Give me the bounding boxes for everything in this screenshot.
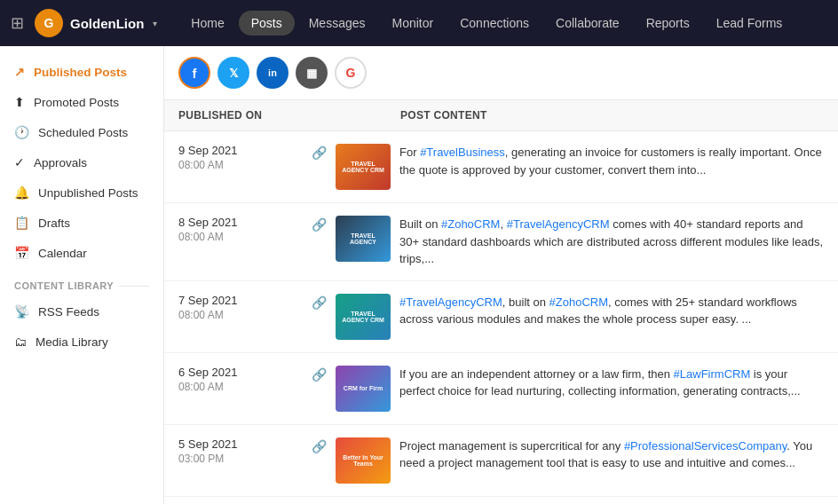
sidebar-label-calendar: Calendar: [38, 247, 87, 260]
content-library-section: CONTENT LIBRARY: [0, 268, 163, 296]
top-nav: ⊞ G GoldenLion ▾ Home Posts Messages Mon…: [0, 0, 838, 46]
sidebar-item-published-posts[interactable]: ↗ Published Posts: [0, 57, 163, 87]
col-header-date: PUBLISHED ON: [178, 109, 312, 122]
post-image: TRAVEL AGENCY CRM: [336, 294, 391, 340]
post-hashtag-link[interactable]: #TravelBusiness: [420, 146, 505, 159]
tab-linkedin[interactable]: in: [257, 57, 289, 89]
post-date-col: 6 Sep 2021 08:00 AM: [178, 366, 303, 393]
post-link-icon[interactable]: 🔗: [312, 217, 327, 232]
facebook-icon: f: [193, 66, 197, 81]
sidebar-label-published-posts: Published Posts: [34, 66, 127, 79]
post-date-col: 9 Sep 2021 08:00 AM: [178, 144, 303, 171]
post-hashtag-link[interactable]: #ZohoCRM: [441, 217, 500, 231]
sidebar-item-approvals[interactable]: ✓ Approvals: [0, 147, 163, 177]
main-layout: ↗ Published Posts ⬆ Promoted Posts 🕐 Sch…: [0, 46, 838, 504]
tab-google[interactable]: G: [335, 57, 367, 89]
calendar-icon: 📅: [14, 246, 29, 260]
post-time: 08:00 AM: [178, 231, 303, 243]
post-hashtag-link[interactable]: #LawFirmCRM: [674, 367, 751, 381]
post-time: 08:00 AM: [178, 381, 303, 393]
nav-connections[interactable]: Connections: [447, 11, 542, 35]
post-image: CRM for Firm: [336, 366, 391, 412]
promoted-posts-icon: ⬆: [14, 95, 25, 109]
nav-messages[interactable]: Messages: [296, 11, 378, 35]
table-row: 7 Sep 2021 08:00 AM 🔗 TRAVEL AGENCY CRM …: [164, 281, 838, 353]
sidebar-label-approvals: Approvals: [34, 156, 87, 169]
table-row: 8 Sep 2021 08:00 AM 🔗 TRAVEL AGENCY Buil…: [164, 203, 838, 281]
post-content: #TravelAgencyCRM, built on #ZohoCRM, com…: [399, 294, 824, 328]
nav-links: Home Posts Messages Monitor Connections …: [178, 11, 795, 35]
logo-circle: G: [35, 9, 63, 37]
main-content: f 𝕏 in ▦ G PUBLISHED ON POST CONTENT: [164, 46, 838, 504]
post-link-icon[interactable]: 🔗: [312, 439, 327, 453]
sidebar-item-scheduled-posts[interactable]: 🕐 Scheduled Posts: [0, 117, 163, 147]
post-image: TRAVEL AGENCY CRM: [336, 144, 391, 190]
brand-logo[interactable]: G GoldenLion ▾: [35, 9, 157, 37]
post-hashtag-link[interactable]: #ProfessionalServicesCompany: [624, 439, 787, 453]
post-content: For #TravelBusiness, generating an invoi…: [399, 144, 824, 178]
sidebar-label-drafts: Drafts: [38, 217, 70, 230]
nav-posts[interactable]: Posts: [239, 11, 295, 35]
table-header: PUBLISHED ON POST CONTENT: [164, 100, 838, 131]
published-posts-icon: ↗: [14, 65, 25, 79]
table-row: 6 Sep 2021 08:00 AM 🔗 CRM for Firm If yo…: [164, 353, 838, 425]
nav-collaborate[interactable]: Collaborate: [543, 11, 632, 35]
posts-list: 9 Sep 2021 08:00 AM 🔗 TRAVEL AGENCY CRM …: [164, 131, 838, 504]
logo-letter: G: [44, 16, 54, 30]
nav-reports[interactable]: Reports: [634, 11, 702, 35]
nav-monitor[interactable]: Monitor: [380, 11, 447, 35]
unpublished-posts-icon: 🔔: [14, 185, 29, 200]
post-link-icon[interactable]: 🔗: [312, 367, 327, 382]
sidebar-item-media-library[interactable]: 🗂 Media Library: [0, 327, 163, 357]
sidebar-label-media-library: Media Library: [36, 335, 108, 349]
tab-facebook[interactable]: f: [178, 57, 210, 89]
rss-feeds-icon: 📡: [14, 304, 29, 319]
sidebar-item-rss-feeds[interactable]: 📡 RSS Feeds: [0, 296, 163, 327]
drafts-icon: 📋: [14, 216, 29, 230]
sidebar-item-calendar[interactable]: 📅 Calendar: [0, 238, 163, 268]
post-hashtag-link[interactable]: #TravelAgencyCRM: [399, 295, 502, 309]
post-date-col: 5 Sep 2021 03:00 PM: [178, 437, 303, 465]
sidebar-label-scheduled-posts: Scheduled Posts: [38, 126, 128, 139]
post-hashtag-link[interactable]: #TravelAgencyCRM: [507, 217, 610, 231]
post-date-col: 8 Sep 2021 08:00 AM: [178, 216, 303, 243]
post-time: 03:00 PM: [178, 453, 303, 465]
post-date: 5 Sep 2021: [178, 437, 303, 451]
sidebar-item-unpublished-posts[interactable]: 🔔 Unpublished Posts: [0, 177, 163, 208]
linkedin-icon: in: [268, 67, 277, 78]
twitter-icon: 𝕏: [229, 67, 238, 80]
post-date-col: 7 Sep 2021 08:00 AM: [178, 294, 303, 321]
brand-chevron-icon: ▾: [153, 19, 157, 28]
post-content: Built on #ZohoCRM, #TravelAgencyCRM come…: [399, 216, 824, 268]
post-hashtag-link[interactable]: #ZohoCRM: [549, 295, 608, 309]
post-content: If you are an independent attorney or a …: [399, 366, 824, 400]
nav-lead-forms[interactable]: Lead Forms: [704, 11, 795, 35]
sidebar-label-unpublished-posts: Unpublished Posts: [38, 186, 138, 200]
post-link-icon[interactable]: 🔗: [312, 295, 327, 310]
post-image: Better In Your Teams: [336, 437, 391, 484]
nav-home[interactable]: Home: [178, 11, 236, 35]
scheduled-posts-icon: 🕐: [14, 125, 29, 139]
sidebar-item-promoted-posts[interactable]: ⬆ Promoted Posts: [0, 87, 163, 117]
post-time: 08:00 AM: [178, 309, 303, 321]
post-date: 7 Sep 2021: [178, 294, 303, 307]
sidebar-label-rss-feeds: RSS Feeds: [38, 305, 99, 319]
post-date: 8 Sep 2021: [178, 216, 303, 229]
google-icon: G: [346, 66, 356, 80]
post-content: Project management is supercritical for …: [399, 437, 824, 472]
tab-twitter[interactable]: 𝕏: [217, 57, 249, 89]
post-date: 6 Sep 2021: [178, 366, 303, 379]
post-time: 08:00 AM: [178, 159, 303, 171]
sidebar-label-promoted-posts: Promoted Posts: [34, 96, 119, 109]
brand-name: GoldenLion: [70, 16, 144, 31]
grid-icon[interactable]: ⊞: [11, 13, 24, 33]
post-image: TRAVEL AGENCY: [336, 216, 391, 262]
sidebar-item-drafts[interactable]: 📋 Drafts: [0, 208, 163, 238]
post-link-icon[interactable]: 🔗: [312, 146, 327, 160]
col-header-content: POST CONTENT: [400, 109, 824, 122]
sidebar: ↗ Published Posts ⬆ Promoted Posts 🕐 Sch…: [0, 46, 164, 504]
social-tabs: f 𝕏 in ▦ G: [164, 46, 838, 100]
approvals-icon: ✓: [14, 155, 25, 169]
buffer-icon: ▦: [306, 67, 317, 80]
tab-buffer[interactable]: ▦: [296, 57, 328, 89]
